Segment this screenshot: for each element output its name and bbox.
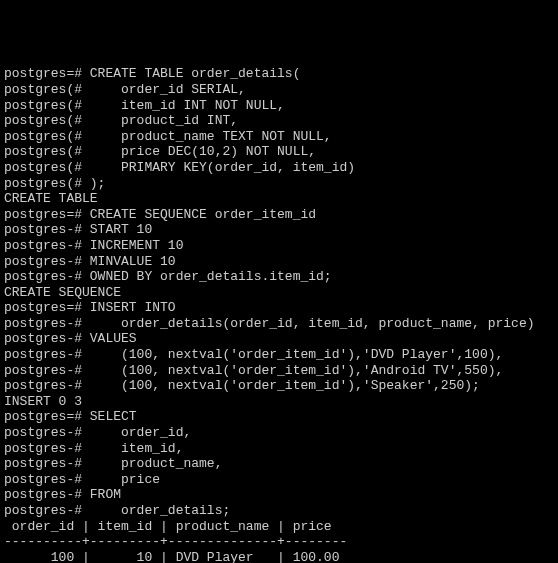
terminal-line: postgres-# price (4, 472, 554, 488)
terminal-line: postgres=# CREATE TABLE order_details( (4, 66, 554, 82)
terminal-line: postgres-# product_name, (4, 456, 554, 472)
terminal-line: postgres(# product_id INT, (4, 113, 554, 129)
terminal-line: postgres=# CREATE SEQUENCE order_item_id (4, 207, 554, 223)
terminal-line: postgres-# START 10 (4, 222, 554, 238)
terminal-line: postgres-# item_id, (4, 441, 554, 457)
terminal-line: CREATE SEQUENCE (4, 285, 554, 301)
terminal-output: postgres=# CREATE TABLE order_details(po… (4, 66, 554, 563)
terminal-line: postgres=# SELECT (4, 409, 554, 425)
terminal-line: 100 | 10 | DVD Player | 100.00 (4, 550, 554, 563)
terminal-line: postgres-# (100, nextval('order_item_id'… (4, 363, 554, 379)
terminal-line: postgres(# price DEC(10,2) NOT NULL, (4, 144, 554, 160)
terminal-line: postgres(# PRIMARY KEY(order_id, item_id… (4, 160, 554, 176)
terminal-line: CREATE TABLE (4, 191, 554, 207)
terminal-line: postgres-# OWNED BY order_details.item_i… (4, 269, 554, 285)
terminal-line: ----------+---------+--------------+----… (4, 534, 554, 550)
terminal-line: postgres-# FROM (4, 487, 554, 503)
terminal-line: postgres(# product_name TEXT NOT NULL, (4, 129, 554, 145)
terminal-line: postgres-# order_details; (4, 503, 554, 519)
terminal-line: postgres-# (100, nextval('order_item_id'… (4, 347, 554, 363)
terminal-line: postgres(# item_id INT NOT NULL, (4, 98, 554, 114)
terminal-line: postgres-# VALUES (4, 331, 554, 347)
terminal-line: postgres-# INCREMENT 10 (4, 238, 554, 254)
terminal-line: postgres(# ); (4, 176, 554, 192)
terminal-line: postgres-# MINVALUE 10 (4, 254, 554, 270)
terminal-line: postgres-# (100, nextval('order_item_id'… (4, 378, 554, 394)
terminal-line: order_id | item_id | product_name | pric… (4, 519, 554, 535)
terminal-line: postgres(# order_id SERIAL, (4, 82, 554, 98)
terminal-line: postgres=# INSERT INTO (4, 300, 554, 316)
terminal-line: postgres-# order_id, (4, 425, 554, 441)
terminal-line: postgres-# order_details(order_id, item_… (4, 316, 554, 332)
terminal-line: INSERT 0 3 (4, 394, 554, 410)
